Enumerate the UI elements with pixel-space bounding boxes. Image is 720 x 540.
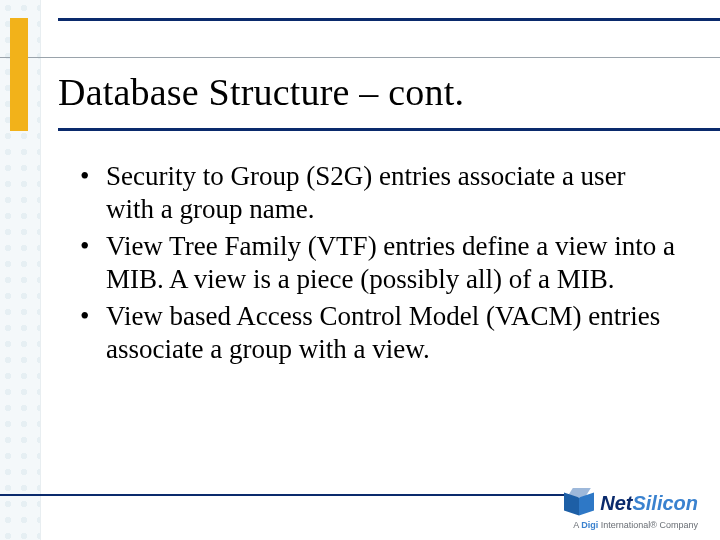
brand-word-b: Silicon [632, 492, 698, 514]
gold-accent [10, 18, 28, 131]
brand-word-a: Net [600, 492, 632, 514]
top-rule [58, 18, 720, 21]
footer-rule [0, 494, 570, 496]
slide-title: Database Structure – cont. [58, 70, 464, 114]
brand-tagline: A Digi International® Company [564, 520, 698, 530]
bullet-list: Security to Group (S2G) entries associat… [80, 160, 680, 370]
title-underline [58, 128, 720, 131]
thin-separator [0, 57, 720, 58]
list-item: View based Access Control Model (VACM) e… [80, 300, 680, 366]
list-item: Security to Group (S2G) entries associat… [80, 160, 680, 226]
list-item: View Tree Family (VTF) entries define a … [80, 230, 680, 296]
cube-icon [564, 488, 594, 518]
brand-wordmark: NetSilicon [600, 493, 698, 513]
brand-logo: NetSilicon A Digi International® Company [564, 488, 698, 530]
